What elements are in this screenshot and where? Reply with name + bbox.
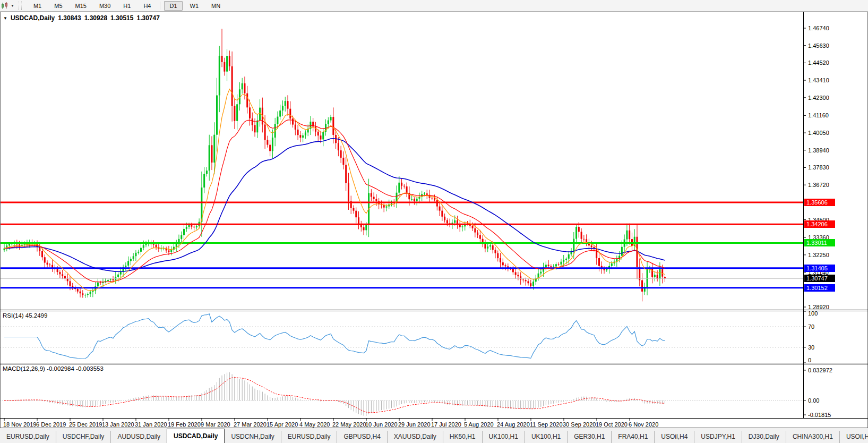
ohlc-close: 1.30747 <box>136 14 159 22</box>
date-axis-label: 13 Jan 2020 <box>102 421 134 428</box>
macd-axis-label: 0.032972 <box>808 367 832 373</box>
macd-indicator-label: MACD(12,26,9) -0.002984 -0.003553 <box>3 365 104 372</box>
toolbar-separator <box>160 2 160 10</box>
chart-title: USDCAD,Daily <box>11 14 55 22</box>
ohlc-open: 1.30843 <box>58 14 81 22</box>
date-axis-label: 24 Aug 2020 <box>497 421 530 428</box>
date-axis-label: 9 Mar 2020 <box>201 421 230 428</box>
date-axis-label: 4 May 2020 <box>299 421 330 428</box>
timeframe-button-M30[interactable]: M30 <box>94 1 116 11</box>
date-axis-label: 15 Apr 2020 <box>267 421 298 428</box>
timeframe-button-H1[interactable]: H1 <box>118 1 136 11</box>
macd-axis-label: 0.00 <box>808 397 819 404</box>
timeframe-button-H4[interactable]: H4 <box>138 1 156 11</box>
toolbar-grip-handle[interactable] <box>19 2 22 10</box>
date-axis-label: 29 Jun 2020 <box>398 421 431 428</box>
pane-borders <box>0 12 868 428</box>
date-axis-label: 11 Sep 2020 <box>530 421 563 428</box>
chart-type-dropdown-caret[interactable]: ▼ <box>11 4 14 7</box>
chart-window[interactable]: 1.467401.456301.445201.434101.423001.411… <box>0 12 868 428</box>
chart-tab-uk100-h1[interactable]: UK100,H1 <box>525 431 567 443</box>
candlestick-chart-glyph <box>1 2 9 10</box>
macd-signal-line <box>4 378 665 413</box>
chart-tab-gbpusd-h4[interactable]: GBPUSD,H4 <box>337 431 386 443</box>
ma-50-line <box>4 139 665 272</box>
price-axis-label: 1.45630 <box>808 42 829 49</box>
price-axis-label: 1.37830 <box>808 164 829 171</box>
date-axis-label: 25 Dec 2019 <box>69 421 102 428</box>
moving-average-lines <box>4 89 665 291</box>
date-axis-label: 27 Mar 2020 <box>234 421 267 428</box>
top-toolbar: ▼ M1M5M15M30H1H4D1W1MN <box>0 0 868 12</box>
date-axis-label: 17 Jul 2020 <box>431 421 461 428</box>
ohlc-low: 1.30515 <box>110 14 133 22</box>
timeframe-button-M1[interactable]: M1 <box>28 1 47 11</box>
price-axis-label: 1.46740 <box>808 25 829 31</box>
chart-tab-audusd-daily[interactable]: AUDUSD,Daily <box>110 431 167 443</box>
chart-header: ▼ USDCAD,Daily 1.30843 1.30928 1.30515 1… <box>3 14 160 22</box>
price-level-badge: 1.34206 <box>804 220 835 228</box>
chart-tab-fra40-h1[interactable]: FRA40,H1 <box>611 431 654 443</box>
timeframe-button-D1[interactable]: D1 <box>164 1 182 11</box>
price-chart-canvas[interactable]: 1.467401.456301.445201.434101.423001.411… <box>0 12 868 428</box>
timeframe-button-MN[interactable]: MN <box>206 1 226 11</box>
chart-tab-dj30-daily[interactable]: DJ30,Daily <box>742 431 786 443</box>
timeframe-button-W1[interactable]: W1 <box>185 1 204 11</box>
rsi-line <box>4 314 665 359</box>
ma-20-line <box>4 120 665 282</box>
price-axis-label: 1.28920 <box>808 304 829 310</box>
chart-tab-china300-h1[interactable]: CHINA300,H1 <box>786 431 839 443</box>
ma-8-line <box>4 89 665 291</box>
price-axis-label: 1.42300 <box>808 95 829 101</box>
chart-tab-usoil-h1[interactable]: USOil,H1 <box>839 431 868 443</box>
date-axis-label: 6 Nov 2020 <box>629 421 658 428</box>
date-axis-label: 18 Nov 2019 <box>3 421 36 428</box>
rsi-axis-label: 70 <box>808 323 814 330</box>
date-axis-label: 31 Jan 2020 <box>135 421 167 428</box>
chart-tab-usdcnh-daily[interactable]: USDCNH,Daily <box>225 431 280 443</box>
chart-tab-uk100-h1[interactable]: UK100,H1 <box>482 431 525 443</box>
rsi-axis-label: 30 <box>808 344 814 351</box>
chart-tab-bar: EURUSD,DailyUSDCHF,DailyAUDUSD,DailyUSDC… <box>0 428 868 443</box>
date-axis-label: 19 Feb 2020 <box>168 421 201 428</box>
chart-tab-usdjpy-h1[interactable]: USDJPY,H1 <box>694 431 741 443</box>
price-level-badge: 1.33011 <box>804 239 835 246</box>
price-axis-label: 1.38940 <box>808 147 829 154</box>
price-level-badge: 1.30152 <box>804 284 835 292</box>
date-axis-label: 22 May 2020 <box>332 421 366 428</box>
timeframe-button-M5[interactable]: M5 <box>49 1 67 11</box>
date-axis-label: 5 Aug 2020 <box>464 421 494 428</box>
date-axis-label: 10 Jun 2020 <box>365 421 398 428</box>
ohlc-high: 1.30928 <box>84 14 107 22</box>
price-axis-label: 1.43410 <box>808 77 829 83</box>
date-axis-label: 30 Sep 2020 <box>563 421 596 428</box>
chart-tab-usdchf-daily[interactable]: USDCHF,Daily <box>56 431 111 443</box>
candlestick-chart-icon[interactable] <box>1 2 9 10</box>
price-axis-label: 1.36720 <box>808 182 829 188</box>
rsi-indicator-label: RSI(14) 45.2499 <box>3 312 47 319</box>
chart-tab-ger30-h1[interactable]: GER30,H1 <box>567 431 611 443</box>
date-axis-label: 6 Dec 2019 <box>36 421 66 428</box>
current-price-badge: 1.30747 <box>804 275 835 282</box>
chart-tab-xauusd-daily[interactable]: XAUUSD,Daily <box>387 431 443 443</box>
chart-tab-eurusd-daily[interactable]: EURUSD,Daily <box>0 431 56 443</box>
date-axis-label: 19 Oct 2020 <box>596 421 628 428</box>
rsi-pane[interactable]: 10070300 <box>0 310 818 363</box>
chart-tab-usdcad-daily[interactable]: USDCAD,Daily <box>167 429 225 443</box>
macd-axis-label: -0.01815 <box>808 412 831 418</box>
price-level-badge: 1.35606 <box>804 199 835 206</box>
timeframe-button-M15[interactable]: M15 <box>70 1 92 11</box>
price-axis-label: 1.41160 <box>808 112 829 118</box>
chart-tab-hk50-h1[interactable]: HK50,H1 <box>443 431 482 443</box>
price-axis-label: 1.32250 <box>808 252 829 258</box>
rsi-axis-label: 0 <box>808 357 811 363</box>
macd-pane[interactable]: 0.0329720.00-0.01815 <box>0 367 832 418</box>
time-axis[interactable]: 18 Nov 20196 Dec 201925 Dec 201913 Jan 2… <box>3 419 658 428</box>
price-axis-label: 1.40050 <box>808 130 829 136</box>
price-axis-label: 1.44520 <box>808 59 829 66</box>
chart-tab-usoil-h4[interactable]: USOil,H4 <box>654 431 694 443</box>
chart-tab-eurusd-daily[interactable]: EURUSD,Daily <box>281 431 337 443</box>
chart-tabs: EURUSD,DailyUSDCHF,DailyAUDUSD,DailyUSDC… <box>0 429 868 443</box>
candlestick-series <box>4 29 666 301</box>
collapse-caret-icon[interactable]: ▼ <box>3 16 7 21</box>
